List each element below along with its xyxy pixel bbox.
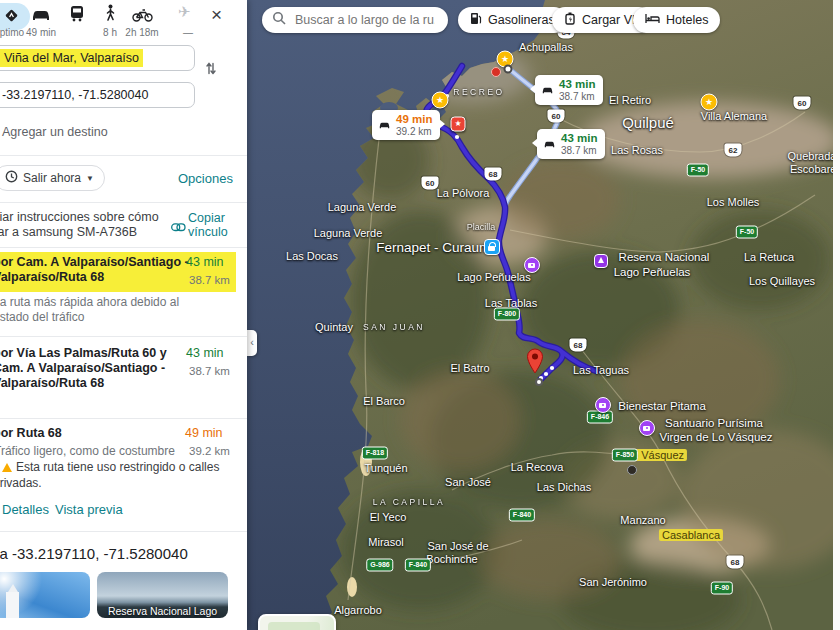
fuel-icon	[470, 12, 482, 28]
copy-link-button[interactable]: Copiar vínculo	[188, 211, 228, 239]
route-point-dot[interactable]	[504, 65, 513, 74]
bubble-distance: 38.7 km	[561, 145, 597, 156]
map-label: Las Taguas	[573, 364, 629, 376]
route-3-warning-line1: Esta ruta tiene uso restringido o calles	[16, 460, 219, 474]
route-1-note-line2: estado del tráfico	[0, 310, 179, 325]
details-link[interactable]: Detalles	[2, 502, 49, 517]
saved-place-star-marker[interactable]	[701, 94, 718, 111]
search-along-route[interactable]	[262, 7, 448, 33]
map-label: Las Docas	[286, 250, 338, 262]
map-label: Las Rosas	[611, 144, 663, 156]
map-type-toggle[interactable]	[258, 614, 336, 630]
map-label: San José	[445, 476, 491, 488]
car-icon	[541, 81, 554, 99]
route-option-3[interactable]: por Ruta 68 49 min Tráfico ligero, como …	[0, 420, 247, 498]
map-label: Achupallas	[519, 41, 573, 53]
bike-icon[interactable]	[132, 8, 153, 26]
search-icon	[272, 11, 286, 29]
destination-field[interactable]: -33.2197110, -71.5280040	[0, 82, 195, 108]
map-label: Reserva Nacional	[619, 251, 710, 263]
route-option-1[interactable]: por Cam. A Valparaíso/Santiago - Valpara…	[0, 250, 247, 336]
route-3-warning-line2: privadas.	[0, 476, 42, 490]
nature-reserve-marker[interactable]	[594, 254, 608, 268]
divider	[0, 531, 247, 532]
map-label: La Pólvora	[437, 187, 490, 199]
collapse-panel-button[interactable]: ‹	[247, 330, 257, 356]
car-icon[interactable]	[30, 8, 52, 26]
map-label: El Barco	[363, 395, 405, 407]
options-link[interactable]: Opciones	[178, 171, 233, 186]
bubble-distance: 38.7 km	[559, 91, 595, 102]
route-1-distance: 38.7 km	[189, 274, 230, 287]
gas-stations-button[interactable]: Gasolineras	[458, 7, 567, 33]
send-directions-row[interactable]: Enviar instrucciones sobre cómo llegar a…	[0, 210, 159, 239]
bubble-time: 43 min	[559, 78, 595, 91]
swap-origin-destination-icon[interactable]	[205, 60, 217, 81]
map-label: Fernapet - Curauma	[376, 240, 498, 255]
map-label: San Jerónimo	[579, 576, 647, 588]
map-label: Bienestar Pitama	[618, 400, 706, 412]
photo-poi-marker[interactable]	[639, 420, 655, 436]
route-time-bubble[interactable]: 43 min38.7 km	[535, 75, 603, 105]
warning-icon	[2, 463, 12, 472]
best-route-diamond-icon[interactable]	[2, 6, 20, 28]
map-label: Los Molles	[707, 196, 760, 208]
transit-bus-icon[interactable]	[70, 5, 84, 26]
route-3-note-line1: Tráfico ligero, como de costumbre	[0, 444, 175, 459]
map-label: Tunquén	[364, 462, 407, 474]
add-destination-link[interactable]: Agregar un destino	[2, 125, 108, 139]
ev-charge-icon	[564, 12, 576, 28]
map-label: Lago Peñuelas	[614, 266, 691, 278]
window-edge	[833, 0, 840, 630]
road-shield: F-840	[405, 559, 431, 572]
route-2-distance: 38.7 km	[189, 365, 230, 378]
send-directions-line2: llegar a samsung SM-A736B	[0, 225, 159, 240]
photo-thumbnail-reserve[interactable]: Reserva Nacional Lago	[97, 572, 228, 618]
route-2-name-line1: por Vía Las Palmas/Ruta 60 y	[0, 346, 167, 361]
route-option-2[interactable]: por Vía Las Palmas/Ruta 60 y Cam. A Valp…	[0, 340, 247, 416]
photo-poi-marker[interactable]	[595, 397, 611, 413]
map-label: Lago Peñuelas	[457, 271, 530, 283]
map-label: Quilpué	[622, 114, 674, 131]
hotels-button[interactable]: Hoteles	[633, 7, 720, 33]
map-label: Los Quillayes	[749, 275, 815, 287]
photo-thumbnail-sanctuary[interactable]	[0, 572, 90, 618]
divider	[0, 336, 247, 337]
depart-time-button[interactable]: Salir ahora ▼	[0, 165, 105, 191]
walk-icon[interactable]	[105, 4, 116, 27]
landmark-star-marker[interactable]	[451, 117, 466, 132]
close-directions-icon[interactable]: ×	[211, 5, 222, 24]
mode-flight-time: —	[183, 27, 193, 38]
destination-value: -33.2197110, -71.5280040	[2, 88, 148, 102]
bubble-time: 43 min	[561, 132, 597, 145]
road-shield: G-986	[366, 559, 393, 572]
origin-field[interactable]: Viña del Mar, Valparaíso	[0, 45, 195, 71]
link-chain-icon	[171, 218, 186, 236]
map-label: Mirasol	[368, 536, 403, 548]
bubble-distance: 39.2 km	[396, 126, 432, 137]
route-time-bubble[interactable]: 49 min39.2 km	[372, 110, 440, 140]
destination-pin[interactable]	[526, 347, 545, 378]
divider	[0, 418, 247, 419]
search-input[interactable]	[293, 12, 437, 28]
route-shield: 68	[570, 339, 587, 352]
clock-icon	[5, 169, 18, 187]
preview-link[interactable]: Vista previa	[55, 502, 123, 517]
saved-place-star-marker[interactable]	[432, 92, 449, 109]
map-label: Quintay	[315, 321, 353, 333]
map-label: La Retuca	[744, 251, 794, 263]
photo-poi-marker[interactable]	[524, 257, 540, 273]
route-time-bubble[interactable]: 43 min38.7 km	[537, 129, 605, 159]
church-tower-graphic	[6, 592, 19, 618]
route-2-time: 43 min	[186, 346, 224, 360]
flight-icon[interactable]: ✈	[178, 3, 191, 21]
poi-dot-marker[interactable]	[627, 465, 637, 475]
route-end-dot[interactable]	[535, 378, 543, 386]
map-label: Casablanca	[659, 529, 723, 541]
map-label: El Retiro	[609, 94, 651, 106]
route-shield: 60	[548, 110, 565, 123]
small-poi-marker[interactable]	[491, 67, 501, 77]
route-shield: 60	[422, 177, 439, 190]
lock-marker[interactable]	[484, 239, 500, 255]
directions-panel: Óptimo 49 min 8 h 2h 18m ✈ — × Viña del …	[0, 0, 247, 630]
